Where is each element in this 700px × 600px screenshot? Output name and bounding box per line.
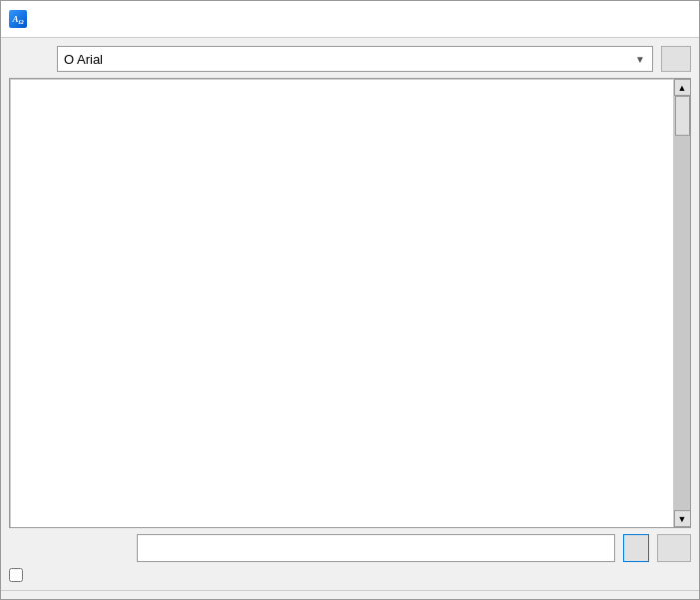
bottom-area xyxy=(9,534,691,582)
copy-row xyxy=(9,534,691,562)
copy-button[interactable] xyxy=(657,534,691,562)
close-button[interactable] xyxy=(661,7,691,31)
scrollbar[interactable]: ▲ ▼ xyxy=(673,79,690,527)
font-select-wrapper: O Arial xyxy=(57,46,653,72)
character-grid-container: ▲ ▼ xyxy=(9,78,691,528)
font-dropdown[interactable]: O Arial xyxy=(57,46,653,72)
status-bar xyxy=(1,590,699,599)
help-button[interactable] xyxy=(661,46,691,72)
window-controls xyxy=(601,7,691,31)
advanced-view-checkbox[interactable] xyxy=(9,568,23,582)
scroll-up-arrow[interactable]: ▲ xyxy=(674,79,691,96)
font-row: O Arial xyxy=(9,46,691,72)
scroll-down-arrow[interactable]: ▼ xyxy=(674,510,691,527)
main-content: O Arial ▲ ▼ xyxy=(1,38,699,590)
scrollbar-track[interactable] xyxy=(674,96,690,510)
advanced-row xyxy=(9,566,691,582)
characters-to-copy-input[interactable] xyxy=(137,534,615,562)
character-grid xyxy=(10,79,673,527)
title-bar: AΩ xyxy=(1,1,699,38)
select-button[interactable] xyxy=(623,534,649,562)
minimize-button[interactable] xyxy=(601,7,631,31)
app-icon: AΩ xyxy=(9,10,27,28)
maximize-button[interactable] xyxy=(631,7,661,31)
scrollbar-thumb[interactable] xyxy=(675,96,690,136)
character-map-window: AΩ O Arial ▲ xyxy=(0,0,700,600)
